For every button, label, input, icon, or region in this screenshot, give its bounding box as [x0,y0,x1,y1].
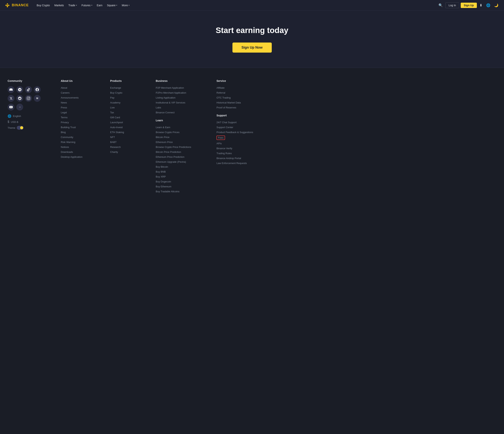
apis-link[interactable]: APIs [216,142,222,145]
more-socials-icon[interactable]: ··· [16,104,23,110]
fees-link[interactable]: Fees [216,136,225,139]
social-icons-grid: M ··· [8,86,53,110]
auto-invest-link[interactable]: Auto-Invest [110,126,123,129]
live-link[interactable]: Live [110,106,115,109]
buy-crypto-footer-link[interactable]: Buy Crypto [110,91,122,94]
list-item: Careers [61,91,103,94]
news-link[interactable]: News [61,101,67,104]
youtube-icon[interactable] [8,104,14,110]
announcements-link[interactable]: Announcements [61,96,79,99]
institutional-vip-link[interactable]: Institutional & VIP Services [156,101,185,104]
p2p-merchant-link[interactable]: P2P Merchant Application [156,86,184,89]
list-item: Downloads [61,150,103,153]
building-trust-link[interactable]: Building Trust [61,126,76,129]
buy-dogecoin-link[interactable]: Buy Dogecoin [156,180,171,183]
binance-verify-link[interactable]: Binance Verify [216,147,232,150]
buy-ethereum-link[interactable]: Buy Ethereum [156,185,171,188]
historical-market-data-link[interactable]: Historical Market Data [216,101,241,104]
p2pro-merchant-link[interactable]: P2Pro Merchant Application [156,91,186,94]
chat-support-link[interactable]: 24/7 Chat Support [216,121,237,124]
list-item: Terms [61,116,103,119]
product-feedback-link[interactable]: Product Feedback & Suggestions [216,131,253,134]
coinmarketcap-icon[interactable]: M [34,95,41,102]
charity-link[interactable]: Charity [110,151,118,153]
theme-icon-button[interactable]: 🌙 [493,2,499,9]
list-item: Community [61,136,103,139]
press-link[interactable]: Press [61,106,67,109]
otc-trading-link[interactable]: OTC Trading [216,96,231,99]
blog-link[interactable]: Blog [61,131,66,134]
law-enforcement-link[interactable]: Law Enforcement Requests [216,162,247,165]
listing-app-link[interactable]: Listing Application [156,96,175,99]
terms-link[interactable]: Terms [61,116,67,119]
nav-earn[interactable]: Earn [95,3,104,8]
hero-signup-button[interactable]: Sign Up Now [233,43,272,53]
download-icon-button[interactable]: ⬇ [478,2,484,9]
pay-link[interactable]: Pay [110,96,114,99]
fees-highlight-badge: Fees [216,136,225,140]
buy-bitcoin-link[interactable]: Buy Bitcoin [156,165,168,168]
affiliate-link[interactable]: Affiliate [216,86,225,89]
discord-icon[interactable] [8,86,14,93]
theme-toggle[interactable]: Theme [8,126,53,130]
login-button[interactable]: Log In [445,2,459,8]
logo[interactable]: BINANCE [5,2,29,8]
language-selector[interactable]: 🌐 English [8,114,53,118]
exchange-link[interactable]: Exchange [110,86,121,89]
search-button[interactable]: 🔍 [437,2,444,9]
nav-trade[interactable]: Trade ▾ [66,3,79,8]
launchpool-link[interactable]: Launchpool [110,121,123,124]
tiktok-icon[interactable] [25,86,32,93]
trading-rules-link[interactable]: Trading Rules [216,152,232,155]
buy-xrp-link[interactable]: Buy XRP [156,175,166,178]
referral-link[interactable]: Referral [216,91,225,94]
bitcoin-price-link[interactable]: Bitcoin Price [156,136,169,139]
globe-icon-button[interactable]: 🌐 [485,2,491,9]
community-link[interactable]: Community [61,136,73,139]
ethereum-upgrade-link[interactable]: Ethereum Upgrade (Pectra) [156,160,186,163]
signup-button[interactable]: Sign Up [461,3,477,8]
privacy-link[interactable]: Privacy [61,121,69,124]
careers-link[interactable]: Careers [61,91,70,94]
buy-altcoins-link[interactable]: Buy Tradable Altcoins [156,190,180,193]
reddit-icon[interactable] [16,95,23,102]
about-link[interactable]: About [61,86,67,89]
browse-crypto-predictions-link[interactable]: Browse Crypto Price Predictions [156,146,191,149]
legal-link[interactable]: Legal [61,111,67,114]
bitcoin-price-prediction-link[interactable]: Bitcoin Price Prediction [156,151,181,153]
babt-link[interactable]: BABT [110,141,117,143]
tax-link[interactable]: Tax [110,111,114,114]
nft-link[interactable]: NFT [110,136,115,139]
airdrop-portal-link[interactable]: Binance Airdrop Portal [216,157,241,160]
nav-more[interactable]: More ▾ [120,3,131,8]
footer-service-col: Service Affiliate Referral OTC Trading H… [216,79,273,195]
nav-markets[interactable]: Markets [52,3,66,8]
proof-of-reserves-link[interactable]: Proof of Reserves [216,106,236,109]
theme-switch[interactable] [17,126,24,130]
browse-crypto-prices-link[interactable]: Browse Crypto Prices [156,131,180,134]
facebook-icon[interactable] [34,86,41,93]
gift-card-link[interactable]: Gift Card [110,116,120,119]
notices-link[interactable]: Notices [61,146,69,149]
nav-futures[interactable]: Futures ▾ [80,3,94,8]
learn-earn-link[interactable]: Learn & Earn [156,126,170,129]
instagram-icon[interactable] [25,95,32,102]
labs-link[interactable]: Labs [156,106,161,109]
buy-bnb-link[interactable]: Buy BNB [156,170,166,173]
ethereum-price-prediction-link[interactable]: Ethereum Price Prediction [156,156,184,158]
research-link[interactable]: Research [110,146,121,149]
binance-connect-link[interactable]: Binance Connect [156,111,174,114]
telegram-icon[interactable] [16,86,23,93]
currency-selector[interactable]: $ USD-$ [8,120,53,124]
nav-square[interactable]: Square ▾ [105,3,119,8]
support-center-link[interactable]: Support Center [216,126,233,129]
list-item: Bitcoin Price [156,136,209,139]
nav-buy-crypto[interactable]: Buy Crypto [35,3,52,8]
downloads-link[interactable]: Downloads [61,151,73,153]
desktop-app-link[interactable]: Desktop Application [61,156,82,158]
twitter-x-icon[interactable] [8,95,14,102]
risk-warning-link[interactable]: Risk Warning [61,141,75,143]
eth-staking-link[interactable]: ETH Staking [110,131,124,134]
academy-link[interactable]: Academy [110,101,120,104]
ethereum-price-link[interactable]: Ethereum Price [156,141,173,143]
